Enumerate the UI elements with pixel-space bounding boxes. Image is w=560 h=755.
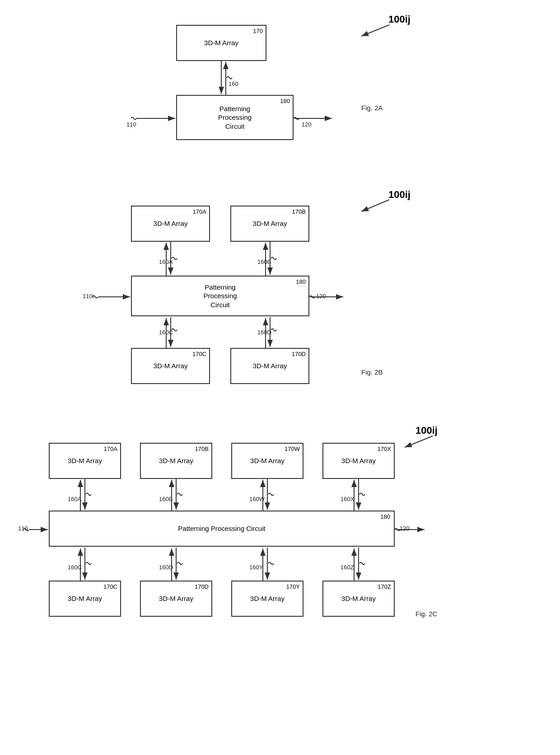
label-120-2a: 120 <box>302 121 312 128</box>
label-120-2c: 120 <box>400 525 410 532</box>
box-content-180-2c: Patterning Processing Circuit <box>178 524 265 533</box>
label-160c-2b: 160C <box>159 329 173 336</box>
box-170z-2c: 170Z 3D-M Array <box>322 581 395 617</box>
label-160b-2b: 160B <box>257 258 271 265</box>
box-num-170-2a: 170 <box>253 28 263 35</box>
box-num-170c-2c: 170C <box>103 583 117 591</box>
box-num-170d-2c: 170D <box>195 583 209 591</box>
box-content-170d-2b: 3D-M Array <box>253 361 287 370</box>
box-content-180-2b: Patterning Processing Circuit <box>203 283 237 310</box>
box-num-170d-2b: 170D <box>292 351 306 358</box>
box-170a-2b: 170A 3D-M Array <box>131 206 210 242</box>
ref-label-2b: 100ij <box>388 189 411 201</box>
label-160a-2c: 160A <box>68 496 81 502</box>
label-160c-2c: 160C <box>68 564 82 571</box>
diagram-area: 100ij 170 3D-M Array 180 Patterning Proc… <box>0 0 560 755</box>
fig-label-2a: Fig. 2A <box>361 104 383 112</box>
label-160w-2c: 160W <box>249 496 265 502</box>
label-110-2a: 110 <box>126 121 136 128</box>
box-content-170a-2c: 3D-M Array <box>68 456 102 465</box>
box-170-2a: 170 3D-M Array <box>176 25 266 61</box>
box-content-170b-2b: 3D-M Array <box>253 219 287 228</box>
ref-label-2c: 100ij <box>415 425 438 436</box>
label-160d-2c: 160D <box>159 564 173 571</box>
box-content-170a-2b: 3D-M Array <box>154 219 188 228</box>
box-content-170w-2c: 3D-M Array <box>250 456 285 465</box>
box-content-170c-2c: 3D-M Array <box>68 594 102 603</box>
label-160b-2c: 160B <box>159 496 173 502</box>
box-170y-2c: 170Y 3D-M Array <box>231 581 303 617</box>
box-content-170-2a: 3D-M Array <box>204 38 238 47</box>
label-110i-2b: 110i <box>83 293 94 300</box>
box-num-170b-2c: 170B <box>195 445 209 453</box>
label-110-2c: 110 <box>18 525 28 532</box>
box-num-180-2b: 180 <box>296 278 306 286</box>
box-num-170c-2b: 170C <box>192 351 206 358</box>
label-120-2b: 120 <box>316 293 326 300</box>
box-num-170w-2c: 170W <box>285 445 300 453</box>
box-content-170c-2b: 3D-M Array <box>154 361 188 370</box>
box-content-170x-2c: 3D-M Array <box>341 456 376 465</box>
box-180-2a: 180 Patterning Processing Circuit <box>176 95 294 140</box>
fig-label-2b: Fig. 2B <box>361 368 383 376</box>
box-170a-2c: 170A 3D-M Array <box>49 443 121 479</box>
label-160-2a: 160 <box>229 80 238 87</box>
box-content-170d-2c: 3D-M Array <box>159 594 193 603</box>
box-170b-2b: 170B 3D-M Array <box>230 206 309 242</box>
box-num-170x-2c: 170X <box>378 445 391 453</box>
box-num-170a-2c: 170A <box>104 445 117 453</box>
box-170x-2c: 170X 3D-M Array <box>322 443 395 479</box>
ref-label-2a: 100ij <box>388 14 411 25</box>
box-content-170z-2c: 3D-M Array <box>341 594 376 603</box>
label-160y-2c: 160Y <box>249 564 263 571</box>
box-num-170b-2b: 170B <box>292 208 306 216</box>
label-160d-2b: 160D <box>257 329 271 336</box>
box-180-2b: 180 Patterning Processing Circuit <box>131 276 309 316</box>
box-num-170z-2c: 170Z <box>378 583 391 591</box>
box-content-170y-2c: 3D-M Array <box>250 594 285 603</box>
box-content-180-2a: Patterning Processing Circuit <box>218 104 252 131</box>
box-180-2c: 180 Patterning Processing Circuit <box>49 511 395 547</box>
svg-line-0 <box>361 25 389 36</box>
box-170b-2c: 170B 3D-M Array <box>140 443 212 479</box>
label-160a-2b: 160A <box>159 258 173 265</box>
svg-line-5 <box>361 200 389 211</box>
box-num-170y-2c: 170Y <box>286 583 300 591</box>
box-170d-2c: 170D 3D-M Array <box>140 581 212 617</box>
svg-line-16 <box>405 436 433 447</box>
box-170c-2c: 170C 3D-M Array <box>49 581 121 617</box>
box-content-170b-2c: 3D-M Array <box>159 456 193 465</box>
box-num-180-2a: 180 <box>280 98 290 105</box>
label-160x-2c: 160X <box>341 496 354 502</box>
label-160z-2c: 160Z <box>341 564 354 571</box>
box-170d-2b: 170D 3D-M Array <box>230 348 309 384</box>
box-170w-2c: 170W 3D-M Array <box>231 443 303 479</box>
box-num-180-2c: 180 <box>380 513 390 521</box>
fig-label-2c: Fig. 2C <box>415 610 437 618</box>
box-170c-2b: 170C 3D-M Array <box>131 348 210 384</box>
box-num-170a-2b: 170A <box>193 208 206 216</box>
